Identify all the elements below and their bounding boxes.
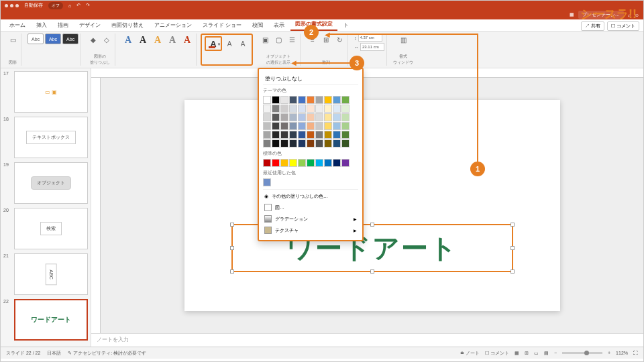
color-swatch[interactable] xyxy=(298,122,306,130)
slide-thumbnail[interactable]: テキストボックス xyxy=(14,117,88,158)
tab-view[interactable]: 表示 xyxy=(269,19,289,31)
color-swatch[interactable] xyxy=(341,122,350,130)
text-effects-button[interactable]: A xyxy=(237,38,249,50)
notes-toggle[interactable]: ≐ ノート xyxy=(460,350,480,357)
shape-style-1[interactable]: Abc xyxy=(28,34,44,44)
shape-fill-icon[interactable]: ◆ xyxy=(87,34,99,46)
color-swatch[interactable] xyxy=(341,159,350,167)
language-indicator[interactable]: 日本語 xyxy=(47,350,61,357)
notes-pane[interactable]: ノートを入力 xyxy=(91,333,643,347)
text-fill-button[interactable]: A▾ xyxy=(205,36,222,51)
send-backward-icon[interactable]: ▢ xyxy=(272,34,284,46)
home-icon[interactable]: ⌂ xyxy=(68,3,71,8)
zoom-slider[interactable] xyxy=(562,352,602,354)
slide-thumbnail[interactable]: ▭ ▣ xyxy=(14,71,88,113)
color-swatch[interactable] xyxy=(315,113,323,121)
view-normal-icon[interactable]: ▦ xyxy=(515,351,519,356)
color-swatch[interactable] xyxy=(324,105,332,113)
tab-insert[interactable]: 挿入 xyxy=(32,19,52,31)
color-swatch[interactable] xyxy=(263,131,271,139)
color-swatch[interactable] xyxy=(289,159,297,167)
color-swatch[interactable] xyxy=(307,131,315,139)
shape-outline-icon[interactable]: ◇ xyxy=(101,34,113,46)
color-swatch[interactable] xyxy=(272,105,280,113)
color-swatch[interactable] xyxy=(280,139,288,147)
color-swatch[interactable] xyxy=(298,131,306,139)
color-swatch[interactable] xyxy=(341,131,350,139)
autosave-toggle[interactable]: オフ xyxy=(48,2,63,9)
color-swatch[interactable] xyxy=(315,122,323,130)
color-swatch[interactable] xyxy=(280,131,288,139)
undo-icon[interactable]: ↶ xyxy=(76,3,80,8)
tab-transitions[interactable]: 画面切り替え xyxy=(107,19,148,31)
wordart-style-4[interactable]: A xyxy=(166,34,179,47)
color-swatch[interactable] xyxy=(315,131,323,139)
color-swatch[interactable] xyxy=(333,105,341,113)
color-swatch[interactable] xyxy=(280,122,288,130)
color-swatch[interactable] xyxy=(333,113,341,121)
share-button[interactable]: ↗ 共有 xyxy=(581,21,604,31)
tab-slideshow[interactable]: スライド ショー xyxy=(198,19,246,31)
color-swatch[interactable] xyxy=(289,113,297,121)
slide-stage[interactable]: ワードアート xyxy=(101,78,643,333)
color-swatch[interactable] xyxy=(263,113,271,121)
color-swatch[interactable] xyxy=(315,105,323,113)
comments-button[interactable]: ☐ コメント xyxy=(607,21,639,31)
color-swatch[interactable] xyxy=(324,96,332,104)
no-fill-option[interactable]: 塗りつぶしなし xyxy=(263,73,358,85)
color-swatch[interactable] xyxy=(307,139,315,147)
rotate-icon[interactable]: ↻ xyxy=(333,34,345,46)
texture-option[interactable]: テクスチャ▶ xyxy=(263,225,358,236)
tab-home[interactable]: ホーム xyxy=(5,19,30,31)
format-pane-icon[interactable]: ▥ xyxy=(397,34,409,46)
color-swatch[interactable] xyxy=(289,105,297,113)
redo-icon[interactable]: ↷ xyxy=(86,3,90,8)
tab-draw[interactable]: 描画 xyxy=(53,19,73,31)
color-swatch[interactable] xyxy=(289,122,297,130)
tab-review[interactable]: 校閲 xyxy=(248,19,268,31)
color-swatch[interactable] xyxy=(307,105,315,113)
tab-truncated[interactable]: ト xyxy=(339,19,354,31)
color-swatch[interactable] xyxy=(298,96,306,104)
gradient-option[interactable]: グラデーション▶ xyxy=(263,213,358,225)
color-swatch[interactable] xyxy=(333,139,341,147)
color-swatch[interactable] xyxy=(324,139,332,147)
color-swatch[interactable] xyxy=(307,159,315,167)
color-swatch[interactable] xyxy=(272,96,280,104)
color-swatch[interactable] xyxy=(333,131,341,139)
color-swatch[interactable] xyxy=(341,113,350,121)
color-swatch[interactable] xyxy=(263,159,271,167)
color-swatch[interactable] xyxy=(280,96,288,104)
color-swatch[interactable] xyxy=(263,178,271,186)
view-sorter-icon[interactable]: ⊞ xyxy=(525,351,529,356)
shapes-gallery-icon[interactable]: ▭ xyxy=(7,34,19,46)
width-input[interactable]: 23.11 cm xyxy=(360,43,384,51)
color-swatch[interactable] xyxy=(333,159,341,167)
view-reading-icon[interactable]: ▭ xyxy=(534,351,539,356)
color-swatch[interactable] xyxy=(280,105,288,113)
text-outline-button[interactable]: A xyxy=(223,38,235,50)
color-swatch[interactable] xyxy=(272,131,280,139)
bring-forward-icon[interactable]: ▣ xyxy=(259,34,271,46)
slide-thumbnails[interactable]: 17▭ ▣18テキストボックス19オブジェクト20検索21ABC22ワードアート xyxy=(1,68,91,347)
color-swatch[interactable] xyxy=(289,131,297,139)
color-swatch[interactable] xyxy=(333,122,341,130)
color-swatch[interactable] xyxy=(272,113,280,121)
color-swatch[interactable] xyxy=(272,159,280,167)
color-swatch[interactable] xyxy=(272,139,280,147)
picture-fill-option[interactable]: 図… xyxy=(263,202,358,213)
selection-pane-icon[interactable]: ☰ xyxy=(286,34,298,46)
slide-thumbnail[interactable]: ABC xyxy=(14,253,88,295)
color-swatch[interactable] xyxy=(315,96,323,104)
color-swatch[interactable] xyxy=(324,159,332,167)
color-swatch[interactable] xyxy=(341,105,350,113)
slide[interactable]: ワードアート xyxy=(184,100,560,311)
color-swatch[interactable] xyxy=(263,139,271,147)
view-slideshow-icon[interactable]: ▤ xyxy=(544,351,549,356)
color-swatch[interactable] xyxy=(298,105,306,113)
color-swatch[interactable] xyxy=(289,96,297,104)
slide-thumbnail[interactable]: 検索 xyxy=(14,208,88,249)
color-swatch[interactable] xyxy=(324,122,332,130)
wordart-style-5[interactable]: A xyxy=(180,34,194,47)
color-swatch[interactable] xyxy=(307,96,315,104)
